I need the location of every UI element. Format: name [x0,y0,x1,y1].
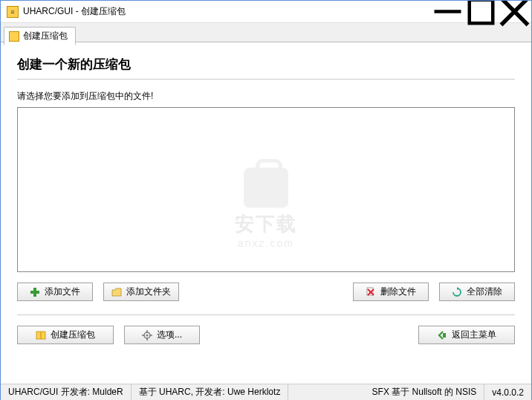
page-title: 创建一个新的压缩包 [17,56,515,73]
gear-icon [142,330,152,341]
prompt-text: 请选择您要添加到压缩包中的文件! [17,90,515,103]
svg-rect-1 [470,0,493,23]
button-label: 删除文件 [380,286,416,298]
minimize-button[interactable] [431,1,464,22]
status-dev1: UHARC/GUI 开发者: MuldeR [1,384,132,400]
close-button[interactable] [498,1,531,22]
refresh-icon [452,287,462,297]
create-archive-button[interactable]: 创建压缩包 [17,326,114,344]
status-bar: UHARC/GUI 开发者: MuldeR 基于 UHARC, 开发者: Uwe… [1,384,531,400]
back-main-button[interactable]: 返回主菜单 [418,326,515,344]
button-label: 选项... [157,329,182,341]
divider [17,314,515,315]
plus-icon [30,287,40,297]
add-folder-button[interactable]: 添加文件夹 [103,283,179,301]
button-label: 返回主菜单 [452,329,496,341]
button-label: 全部清除 [467,286,502,298]
svg-rect-5 [30,291,39,294]
tab-create-archive[interactable]: 创建压缩包 [4,27,76,45]
archive-icon [36,330,46,341]
button-label: 创建压缩包 [51,329,95,341]
tab-label: 创建压缩包 [23,30,68,42]
divider [17,79,515,80]
svg-rect-17 [443,333,446,338]
status-dev3: SFX 基于 Nullsoft 的 NSIS [365,384,485,400]
file-list[interactable] [17,107,515,272]
back-icon [437,330,447,341]
delete-icon [366,287,376,297]
archive-icon [9,31,19,42]
action-buttons-row: 创建压缩包 选项... 返回主菜单 [17,326,515,344]
maximize-button[interactable] [464,1,498,22]
content-area: 创建一个新的压缩包 请选择您要添加到压缩包中的文件! 添加文件 添加文件夹 删除… [1,42,531,344]
svg-point-12 [146,334,148,336]
add-file-button[interactable]: 添加文件 [17,283,93,301]
button-label: 添加文件 [45,286,80,298]
status-dev2: 基于 UHARC, 开发者: Uwe Herklotz [132,384,289,400]
window-controls [431,1,531,22]
window-title: UHARC/GUI - 创建压缩包 [23,5,431,18]
folder-icon [111,287,122,297]
delete-file-button[interactable]: 删除文件 [353,283,429,301]
titlebar: ≡ UHARC/GUI - 创建压缩包 [1,1,531,23]
status-version: v4.0.0.2 [484,384,531,400]
app-icon: ≡ [7,6,19,18]
options-button[interactable]: 选项... [124,326,200,344]
clear-all-button[interactable]: 全部清除 [439,283,515,301]
button-label: 添加文件夹 [126,286,171,298]
file-buttons-row: 添加文件 添加文件夹 删除文件 全部清除 [17,283,515,301]
